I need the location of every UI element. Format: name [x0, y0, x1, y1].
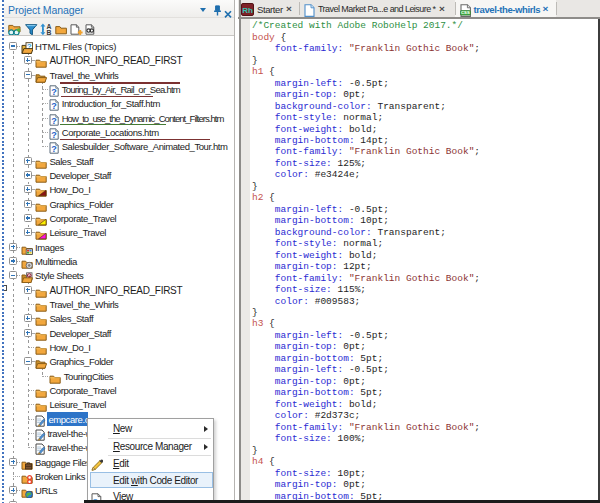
- svg-text:?: ?: [52, 87, 58, 97]
- svg-text:?: ?: [52, 130, 58, 140]
- svg-text:?: ?: [52, 101, 58, 111]
- svg-text:?: ?: [52, 144, 58, 154]
- svg-text:CSS: CSS: [461, 10, 470, 15]
- svg-text:?: ?: [52, 115, 58, 125]
- svg-text:Rh: Rh: [242, 6, 253, 15]
